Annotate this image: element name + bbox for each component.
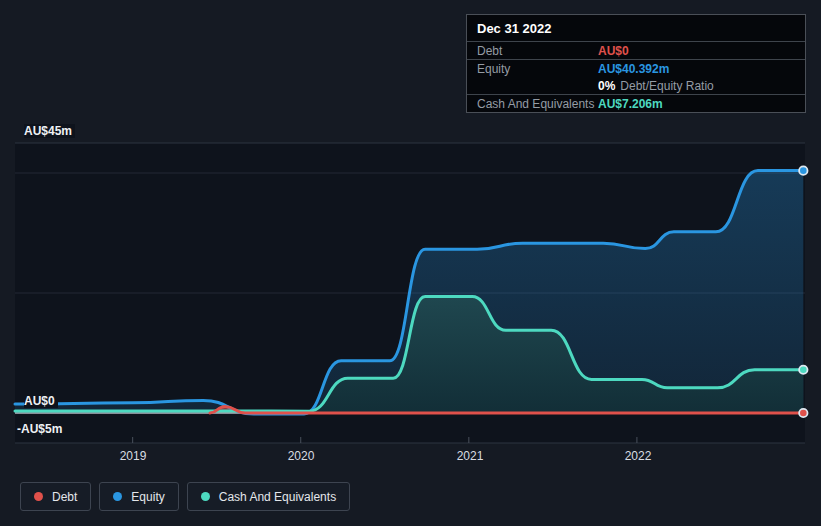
- tooltip-row-equity: Equity AU$40.392m: [467, 59, 805, 77]
- chart-tooltip: Dec 31 2022 Debt AU$0 Equity AU$40.392m …: [466, 14, 806, 113]
- legend-item-equity[interactable]: Equity: [99, 482, 178, 511]
- debt-dot-icon: [34, 492, 43, 501]
- x-axis-label-2020: 2020: [279, 449, 323, 463]
- legend-equity-label: Equity: [131, 490, 164, 504]
- tooltip-cash-value: AU$7.206m: [598, 97, 663, 111]
- tooltip-row-cash: Cash And Equivalents AU$7.206m: [467, 94, 805, 112]
- x-axis-label-2022: 2022: [616, 449, 660, 463]
- debt-equity-history-chart: AU$45m AU$0 -AU$5m 2019 2020 2021 2022 D…: [0, 0, 821, 526]
- legend-debt-label: Debt: [52, 490, 77, 504]
- x-axis-label-2019: 2019: [111, 449, 155, 463]
- tooltip-equity-label: Equity: [477, 62, 598, 76]
- legend-item-debt[interactable]: Debt: [20, 482, 91, 511]
- tooltip-cash-label: Cash And Equivalents: [477, 97, 598, 111]
- legend-cash-label: Cash And Equivalents: [219, 490, 336, 504]
- equity-dot-icon: [113, 492, 122, 501]
- tooltip-date: Dec 31 2022: [467, 15, 805, 41]
- tooltip-ratio-percent: 0%: [598, 79, 615, 93]
- chart-legend: Debt Equity Cash And Equivalents: [20, 482, 350, 511]
- tooltip-ratio-label: Debt/Equity Ratio: [620, 79, 713, 93]
- tooltip-row-ratio: 0% Debt/Equity Ratio: [467, 77, 805, 94]
- x-axis-label-2021: 2021: [448, 449, 492, 463]
- y-axis-label-0: AU$0: [24, 394, 58, 408]
- y-axis-label-45m: AU$45m: [24, 124, 75, 138]
- tooltip-debt-value: AU$0: [598, 44, 629, 58]
- tooltip-row-debt: Debt AU$0: [467, 41, 805, 59]
- legend-item-cash[interactable]: Cash And Equivalents: [187, 482, 350, 511]
- tooltip-equity-value: AU$40.392m: [598, 62, 669, 76]
- y-axis-label-neg5m: -AU$5m: [17, 422, 65, 436]
- cash-dot-icon: [201, 492, 210, 501]
- tooltip-debt-label: Debt: [477, 44, 598, 58]
